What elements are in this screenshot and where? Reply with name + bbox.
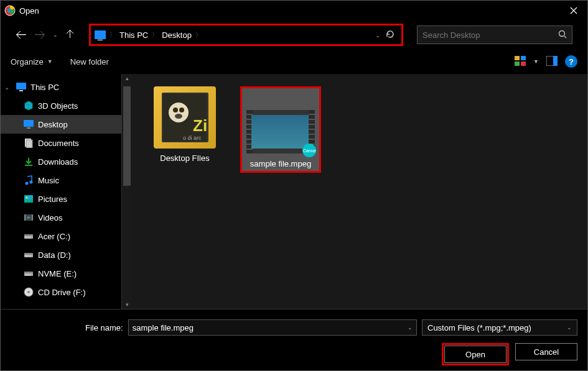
tree-item-documents[interactable]: Documents bbox=[1, 134, 121, 152]
back-button[interactable]: 🡠 bbox=[16, 29, 27, 42]
file-label: Desktop FIles bbox=[160, 153, 209, 163]
address-dropdown[interactable]: ⌄ bbox=[375, 32, 380, 39]
pictures-icon bbox=[23, 193, 34, 204]
refresh-button[interactable] bbox=[385, 29, 395, 41]
tree-item-desktop[interactable]: Desktop bbox=[1, 115, 121, 134]
file-item-folder[interactable]: Zio di arc Desktop FIles bbox=[144, 86, 225, 163]
desktop-icon bbox=[23, 119, 34, 130]
tree: ⌄ This PC 3D Objects Desktop bbox=[1, 74, 121, 309]
drive-icon bbox=[23, 249, 34, 260]
history-dropdown[interactable]: ⌄ bbox=[53, 32, 58, 38]
tree-item-drive-e[interactable]: NVME (E:) bbox=[1, 264, 121, 283]
caret-down-icon[interactable]: ⌄ bbox=[408, 324, 413, 331]
tree-item-downloads[interactable]: Downloads bbox=[1, 152, 121, 171]
svg-rect-5 bbox=[515, 62, 520, 66]
window-title: Open bbox=[19, 6, 39, 16]
svg-rect-12 bbox=[27, 127, 30, 129]
svg-point-36 bbox=[173, 108, 178, 112]
file-type-filter[interactable]: Custom Files (*.mpg;*.mpeg) ⌄ bbox=[422, 319, 577, 336]
caret-down-icon[interactable]: ▼ bbox=[533, 58, 539, 65]
new-folder-button[interactable]: New folder bbox=[70, 57, 109, 66]
up-button[interactable]: 🡡 bbox=[65, 29, 75, 40]
drive-icon bbox=[23, 268, 34, 279]
app-icon bbox=[4, 5, 16, 16]
scroll-up-icon[interactable]: ▴ bbox=[122, 75, 132, 81]
search-box[interactable] bbox=[417, 25, 572, 44]
svg-rect-14 bbox=[26, 140, 32, 148]
chevron-right-icon: 〉 bbox=[110, 30, 116, 39]
sidebar: ⌄ This PC 3D Objects Desktop bbox=[1, 74, 122, 309]
search-input[interactable] bbox=[422, 30, 547, 40]
videos-icon bbox=[23, 212, 34, 223]
help-button[interactable]: ? bbox=[565, 55, 577, 68]
open-button[interactable]: Open bbox=[444, 346, 506, 363]
scroll-down-icon[interactable]: ▾ bbox=[122, 301, 132, 308]
tree-label: Pictures bbox=[38, 195, 67, 204]
this-pc-icon bbox=[16, 81, 27, 93]
tree-root-this-pc[interactable]: ⌄ This PC bbox=[1, 78, 121, 96]
filename-input[interactable]: sample file.mpeg ⌄ bbox=[128, 319, 417, 336]
svg-rect-6 bbox=[521, 62, 526, 66]
svg-rect-22 bbox=[32, 214, 33, 221]
file-item-video-selected[interactable]: Canva sample file.mpeg bbox=[240, 86, 321, 173]
search-icon[interactable] bbox=[558, 30, 567, 40]
tree-label: Desktop bbox=[38, 120, 68, 129]
documents-icon bbox=[23, 137, 34, 149]
organize-menu[interactable]: Organize ▼ bbox=[11, 57, 53, 66]
breadcrumb[interactable]: Desktop bbox=[162, 30, 192, 40]
tree-label: Music bbox=[38, 176, 59, 185]
titlebar-left: Open bbox=[4, 5, 39, 16]
cube-icon bbox=[23, 100, 34, 111]
video-preview bbox=[251, 115, 310, 149]
forward-button[interactable]: 🡢 bbox=[34, 29, 45, 42]
video-thumbnail: Canva bbox=[246, 109, 315, 154]
tree-label: This PC bbox=[30, 83, 59, 92]
chevron-right-icon: 〉 bbox=[152, 30, 158, 39]
svg-rect-24 bbox=[24, 234, 33, 236]
cancel-button[interactable]: Cancel bbox=[515, 343, 577, 360]
tree-item-3d-objects[interactable]: 3D Objects bbox=[1, 96, 121, 115]
tree-item-cd-drive[interactable]: CD Drive (F:) bbox=[1, 283, 121, 301]
svg-rect-21 bbox=[24, 214, 26, 221]
scroll-thumb[interactable] bbox=[123, 86, 131, 186]
close-button[interactable] bbox=[559, 1, 587, 21]
tree-item-drive-c[interactable]: Acer (C:) bbox=[1, 227, 121, 245]
file-list-content[interactable]: Zio di arc Desktop FIles Canva sample fi… bbox=[132, 74, 587, 309]
navbar: 🡠 🡢 ⌄ 🡡 〉 This PC 〉 Desktop 〉 ⌄ bbox=[1, 21, 587, 49]
music-icon bbox=[23, 175, 34, 186]
filename-value: sample file.mpeg bbox=[133, 323, 194, 332]
drive-icon bbox=[23, 231, 34, 242]
tree-item-music[interactable]: Music bbox=[1, 171, 121, 190]
sidebar-scrollbar[interactable]: ▴ ▾ bbox=[122, 74, 132, 309]
tree-item-drive-d[interactable]: Data (D:) bbox=[1, 245, 121, 264]
canva-badge-icon: Canva bbox=[302, 144, 316, 157]
svg-point-38 bbox=[175, 114, 182, 119]
toolbar-right: ▼ ? bbox=[515, 55, 577, 68]
svg-point-31 bbox=[31, 274, 32, 275]
svg-point-16 bbox=[26, 182, 29, 185]
chevron-down-icon[interactable]: ⌄ bbox=[4, 84, 12, 91]
toolbar-left: Organize ▼ New folder bbox=[11, 57, 109, 66]
svg-point-37 bbox=[179, 108, 184, 112]
breadcrumb[interactable]: This PC bbox=[119, 30, 148, 40]
tree-label: 3D Objects bbox=[38, 101, 78, 111]
svg-rect-10 bbox=[19, 90, 23, 91]
tree-label: Downloads bbox=[38, 157, 78, 167]
svg-rect-15 bbox=[25, 165, 32, 166]
view-options-button[interactable] bbox=[515, 56, 526, 68]
filter-value: Custom Files (*.mpg;*.mpeg) bbox=[427, 323, 531, 332]
titlebar: Open bbox=[1, 1, 587, 21]
tree-item-videos[interactable]: Videos bbox=[1, 208, 121, 227]
svg-point-25 bbox=[31, 237, 32, 238]
tree-item-pictures[interactable]: Pictures bbox=[1, 190, 121, 208]
preview-pane-button[interactable] bbox=[546, 56, 558, 68]
svg-point-33 bbox=[27, 291, 30, 293]
svg-rect-3 bbox=[515, 56, 520, 60]
caret-down-icon: ▼ bbox=[47, 58, 53, 65]
address-bar[interactable]: 〉 This PC 〉 Desktop 〉 bbox=[95, 30, 375, 40]
tree-label: Documents bbox=[38, 139, 79, 148]
svg-point-28 bbox=[31, 255, 32, 257]
svg-rect-9 bbox=[16, 83, 26, 89]
main-area: ⌄ This PC 3D Objects Desktop bbox=[1, 74, 587, 309]
caret-down-icon[interactable]: ⌄ bbox=[567, 324, 572, 331]
